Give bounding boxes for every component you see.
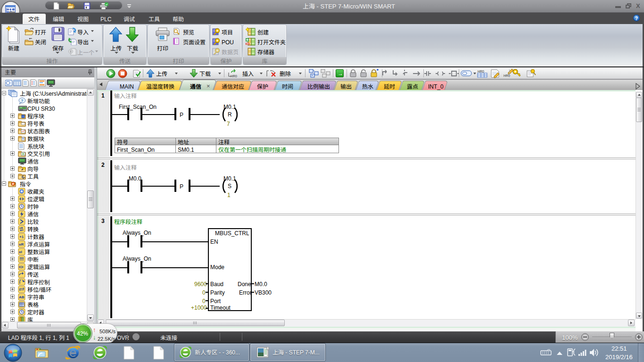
svg-text:AB: AB bbox=[19, 294, 25, 299]
svg-text:HR0: HR0 bbox=[231, 74, 237, 78]
svg-text:IOI: IOI bbox=[19, 264, 23, 269]
svg-text:±R: ±R bbox=[19, 241, 24, 247]
svg-text:F: F bbox=[12, 181, 15, 186]
svg-text:+1: +1 bbox=[19, 234, 24, 239]
svg-text:±I: ±I bbox=[19, 249, 22, 254]
svg-text:?: ? bbox=[21, 98, 24, 103]
